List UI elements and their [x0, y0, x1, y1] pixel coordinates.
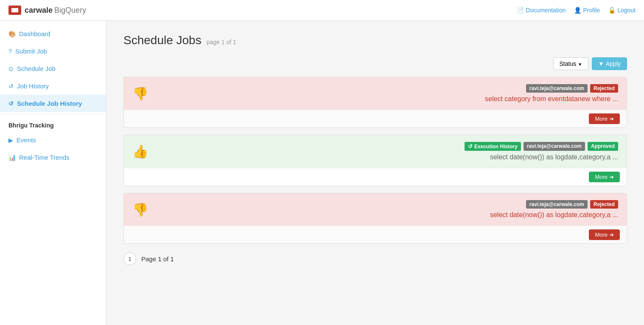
- brand: carwale BigQuery: [8, 6, 86, 15]
- query-text-3: select date(now()) as logdate,category,a…: [155, 211, 618, 219]
- page-title: Schedule Jobs: [123, 34, 202, 47]
- more-label-1: More: [595, 116, 608, 122]
- sidebar-label-dashboard: Dashboard: [19, 30, 50, 37]
- page-num-label: 1: [128, 256, 131, 262]
- dropdown-icon: [578, 60, 582, 67]
- email-tag-3: ravi.teja@carwale.com: [526, 200, 588, 209]
- more-button-2[interactable]: More ➜: [589, 172, 620, 182]
- execution-history-tag[interactable]: Execution History: [465, 142, 521, 151]
- sidebar-item-dashboard[interactable]: Dashboard: [0, 25, 106, 42]
- filter-bar: Status ▼ Apply: [123, 57, 627, 70]
- sidebar-label-trends: Real-Time Trends: [19, 154, 70, 161]
- status-label: Status: [560, 60, 577, 67]
- profile-link[interactable]: Profile: [574, 7, 600, 14]
- email-tag-2: ravi.teja@carwale.com: [524, 142, 585, 151]
- history-icon: [8, 82, 14, 90]
- page-number-1[interactable]: 1: [123, 252, 136, 265]
- job-card-3: 👎 ravi.teja@carwale.com Rejected select …: [123, 193, 627, 244]
- brand-logo: [8, 6, 21, 15]
- thumb-up-icon-2: 👍: [132, 144, 148, 159]
- job-card-3-body: 👎 ravi.teja@carwale.com Rejected select …: [124, 193, 627, 226]
- sidebar-label-job-history: Job History: [17, 82, 49, 90]
- page-of-label: Page 1 of 1: [141, 255, 174, 263]
- sidebar-item-job-history[interactable]: Job History: [0, 77, 106, 95]
- documentation-label: Documentation: [526, 7, 566, 14]
- job-card-2-body: 👍 Execution History ravi.teja@carwale.co…: [124, 135, 627, 168]
- sidebar-item-real-time-trends[interactable]: Real-Time Trends: [0, 149, 106, 166]
- logout-label: Logout: [617, 7, 636, 14]
- sidebar-label-schedule-job: Schedule Job: [17, 65, 56, 72]
- page-header: Schedule Jobs page 1 of 1: [123, 34, 627, 47]
- status-tag-3: Rejected: [590, 200, 618, 209]
- apply-label: Apply: [606, 60, 621, 67]
- logout-link[interactable]: Logout: [608, 7, 636, 14]
- arrow-right-icon-3: ➜: [609, 232, 614, 238]
- schedule-icon: [8, 65, 14, 72]
- page-subtitle: page 1 of 1: [207, 39, 236, 45]
- job-card-2-info: Execution History ravi.teja@carwale.com …: [155, 142, 618, 161]
- refresh-icon-2: [468, 143, 473, 150]
- email-tag-1: ravi.teja@carwale.com: [526, 84, 588, 93]
- sidebar-divider: [0, 114, 106, 114]
- job-card-1-tags: ravi.teja@carwale.com Rejected: [155, 84, 618, 93]
- job-card-1: 👎 ravi.teja@carwale.com Rejected select …: [123, 77, 627, 128]
- job-card-1-footer: More ➜: [124, 110, 627, 127]
- sidebar-item-schedule-job[interactable]: Schedule Job: [0, 60, 106, 77]
- doc-icon: [517, 7, 524, 14]
- job-card-3-tags: ravi.teja@carwale.com Rejected: [155, 200, 618, 209]
- more-button-3[interactable]: More ➜: [589, 229, 620, 240]
- navbar-right: Documentation Profile Logout: [517, 7, 636, 14]
- logout-icon: [608, 7, 616, 14]
- query-text-2: select date(now()) as logdate,category,a…: [155, 153, 618, 161]
- status-filter-button[interactable]: Status: [553, 57, 589, 70]
- sidebar-label-events: Events: [17, 136, 36, 144]
- job-card-2-tags: Execution History ravi.teja@carwale.com …: [155, 142, 618, 151]
- job-card-3-info: ravi.teja@carwale.com Rejected select da…: [155, 200, 618, 219]
- more-button-1[interactable]: More ➜: [589, 113, 620, 124]
- main-content: Schedule Jobs page 1 of 1 Status ▼ Apply…: [106, 21, 644, 325]
- job-card-1-body: 👎 ravi.teja@carwale.com Rejected select …: [124, 77, 627, 110]
- sidebar-section-bhrigu: Bhrigu Tracking: [0, 116, 106, 131]
- dashboard-icon: [8, 30, 16, 37]
- job-card-3-footer: More ➜: [124, 226, 627, 243]
- trends-icon: [8, 154, 16, 161]
- profile-label: Profile: [583, 7, 600, 14]
- navbar: carwale BigQuery Documentation Profile L…: [0, 0, 644, 21]
- sidebar: Dashboard Submit Job Schedule Job Job Hi…: [0, 21, 106, 325]
- events-icon: [8, 136, 13, 144]
- more-label-2: More: [595, 174, 608, 180]
- submit-icon: [8, 48, 12, 55]
- sidebar-item-submit-job[interactable]: Submit Job: [0, 42, 106, 60]
- job-card-2: 👍 Execution History ravi.teja@carwale.co…: [123, 135, 627, 186]
- sidebar-label-schedule-job-history: Schedule Job History: [17, 100, 82, 107]
- job-card-2-footer: More ➜: [124, 168, 627, 186]
- filter-icon: ▼: [598, 60, 604, 67]
- sidebar-item-schedule-job-history[interactable]: Schedule Job History: [0, 95, 106, 112]
- pagination: 1 Page 1 of 1: [123, 252, 627, 265]
- brand-name: carwale: [25, 6, 53, 15]
- schedule-history-icon: [8, 100, 14, 107]
- thumb-down-icon-3: 👎: [132, 202, 148, 217]
- apply-filter-button[interactable]: ▼ Apply: [592, 57, 627, 70]
- layout: Dashboard Submit Job Schedule Job Job Hi…: [0, 21, 644, 325]
- status-tag-2: Approved: [588, 142, 618, 151]
- sidebar-item-events[interactable]: Events: [0, 131, 106, 149]
- execution-history-label: Execution History: [474, 144, 518, 150]
- status-tag-1: Rejected: [590, 84, 618, 93]
- job-card-1-info: ravi.teja@carwale.com Rejected select ca…: [155, 84, 618, 103]
- query-text-1: select category from eventdatanew where …: [155, 95, 618, 103]
- brand-sub: BigQuery: [54, 6, 86, 15]
- documentation-link[interactable]: Documentation: [517, 7, 566, 14]
- arrow-right-icon-1: ➜: [609, 116, 614, 122]
- user-icon: [574, 7, 581, 14]
- arrow-right-icon-2: ➜: [609, 174, 614, 180]
- thumb-down-icon-1: 👎: [132, 86, 148, 101]
- more-label-3: More: [595, 232, 608, 238]
- sidebar-label-submit-job: Submit Job: [15, 48, 47, 55]
